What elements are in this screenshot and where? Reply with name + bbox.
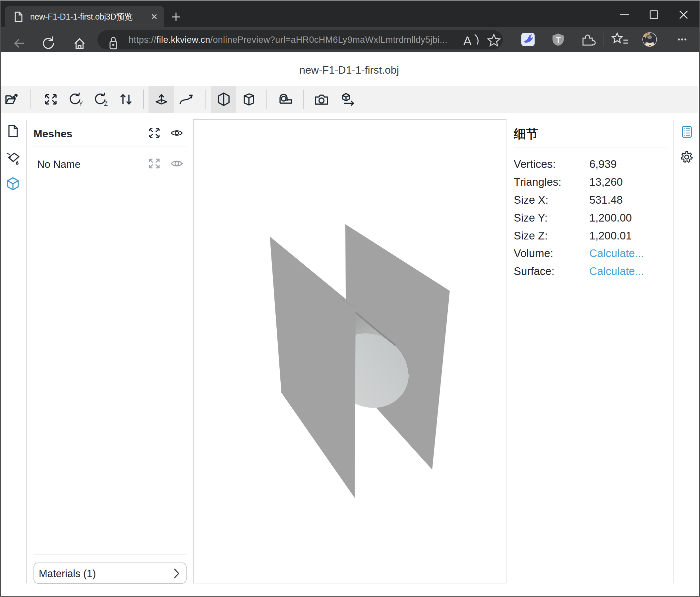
svg-text:A: A [464,34,472,48]
svg-text:T: T [556,35,561,44]
svg-text:Z: Z [104,100,108,107]
svg-text:Y: Y [79,100,83,107]
